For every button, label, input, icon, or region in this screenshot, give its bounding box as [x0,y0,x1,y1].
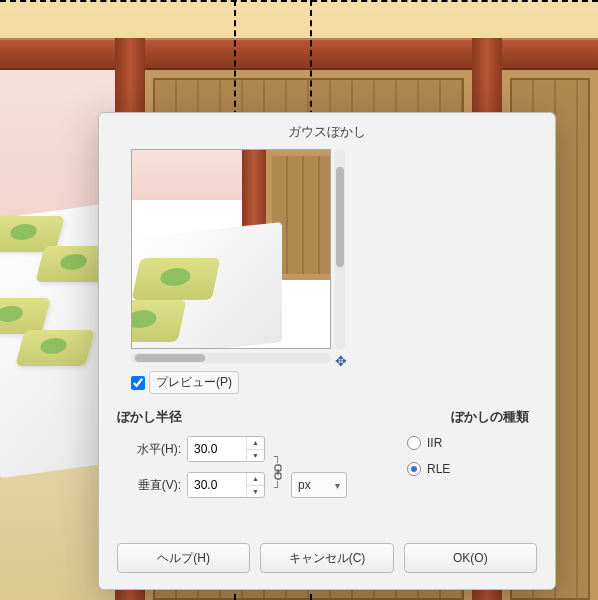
ok-button[interactable]: OK(O) [404,543,537,573]
spin-up-icon[interactable]: ▲ [247,473,264,486]
chevron-down-icon: ▾ [335,480,340,491]
selection-border [0,0,598,2]
dialog-title: ガウスぼかし [99,113,555,149]
radius-section-title: ぼかし半径 [117,408,347,426]
unit-select[interactable]: px ▾ [291,472,347,498]
preview-viewport[interactable] [131,149,331,349]
unit-value: px [298,478,311,492]
radio-iir[interactable]: IIR [367,436,537,450]
horizontal-label: 水平(H): [117,441,181,458]
preview-scrollbar-vertical[interactable] [335,149,345,349]
vertical-radius-value[interactable] [188,473,246,497]
spin-down-icon[interactable]: ▼ [247,450,264,462]
move-icon[interactable]: ✥ [333,353,349,369]
horizontal-radius-value[interactable] [188,437,246,461]
preview-scrollbar-horizontal[interactable] [131,353,331,363]
chain-link-icon[interactable]: ┐ ┘ [271,451,285,493]
spin-down-icon[interactable]: ▼ [247,486,264,498]
preview-checkbox[interactable] [131,376,145,390]
preview-area[interactable]: ✥ [131,149,345,365]
horizontal-radius-input[interactable]: ▲ ▼ [187,436,265,462]
radio-rle[interactable]: RLE [367,462,537,476]
gaussian-blur-dialog: ガウスぼかし ✥ プレビュー(P) ぼかし半径 [98,112,556,590]
radio-iir-label: IIR [427,436,442,450]
vertical-radius-input[interactable]: ▲ ▼ [187,472,265,498]
spin-up-icon[interactable]: ▲ [247,437,264,450]
vertical-label: 垂直(V): [117,477,181,494]
radio-icon [407,436,421,450]
cancel-button[interactable]: キャンセル(C) [260,543,393,573]
blur-type-section-title: ぼかしの種類 [367,408,537,426]
preview-label[interactable]: プレビュー(P) [149,371,239,394]
radio-rle-label: RLE [427,462,450,476]
radio-icon [407,462,421,476]
help-button[interactable]: ヘルプ(H) [117,543,250,573]
